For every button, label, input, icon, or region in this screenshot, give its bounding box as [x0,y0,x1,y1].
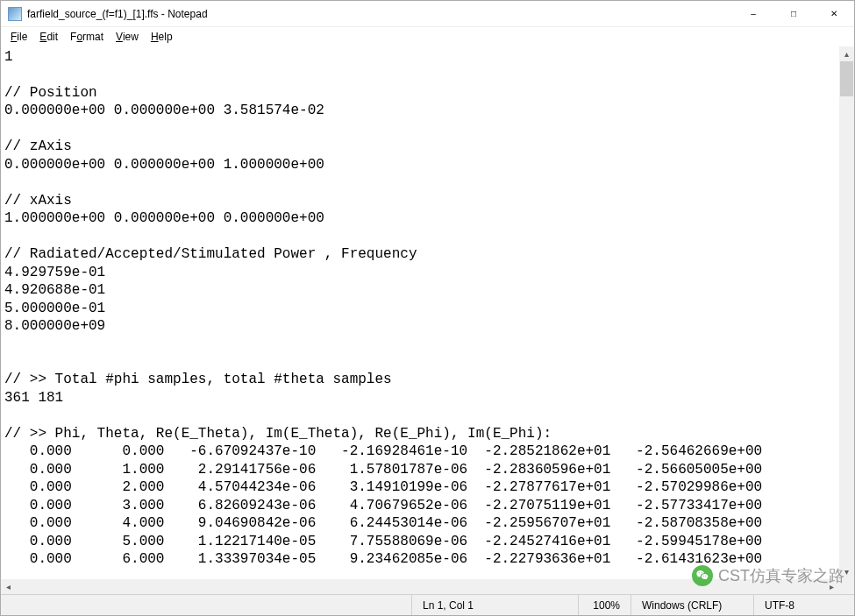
scroll-track[interactable] [839,61,854,564]
status-position: Ln 1, Col 1 [411,595,578,615]
notepad-window: farfield_source_(f=f1)_[1].ffs - Notepad… [0,0,855,616]
status-encoding: UTF-8 [753,595,854,615]
menu-view[interactable]: View [110,29,145,45]
menu-format[interactable]: Format [64,29,110,45]
status-zoom: 100% [578,595,631,615]
minimize-button[interactable]: – [733,1,773,27]
status-empty [1,595,411,615]
window-title: farfield_source_(f=f1)_[1].ffs - Notepad [27,8,208,20]
app-icon [8,7,22,21]
menu-edit[interactable]: Edit [33,29,64,45]
title-bar[interactable]: farfield_source_(f=f1)_[1].ffs - Notepad… [1,1,854,27]
text-content[interactable]: 1 // Position 0.000000e+00 0.000000e+00 … [1,46,839,579]
maximize-button[interactable]: □ [773,1,814,27]
scroll-left-icon[interactable]: ◂ [1,579,16,594]
scroll-up-icon[interactable]: ▴ [839,46,854,61]
scrollbar-corner [839,579,854,594]
scroll-thumb[interactable] [840,61,853,96]
menu-bar: File Edit Format View Help [1,27,854,46]
scroll-down-icon[interactable]: ▾ [839,564,854,579]
scroll-right-icon[interactable]: ▸ [824,579,839,594]
status-line-ending: Windows (CRLF) [631,595,753,615]
menu-file[interactable]: File [4,29,33,45]
status-bar: Ln 1, Col 1 100% Windows (CRLF) UTF-8 [1,594,854,615]
vertical-scrollbar[interactable]: ▴ ▾ [839,46,854,579]
menu-help[interactable]: Help [145,29,179,45]
close-button[interactable]: ✕ [814,1,854,27]
editor-area: 1 // Position 0.000000e+00 0.000000e+00 … [1,46,854,594]
horizontal-scrollbar[interactable]: ◂ ▸ [1,579,839,594]
